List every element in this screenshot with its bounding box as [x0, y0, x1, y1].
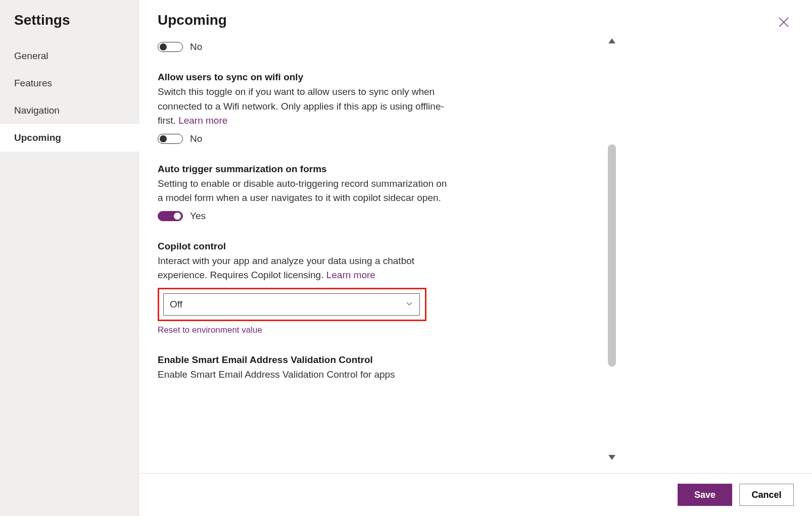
toggle-top[interactable] [158, 42, 183, 52]
toggle-label: Yes [190, 211, 206, 222]
toggle-row: No [158, 41, 586, 53]
svg-marker-2 [608, 38, 615, 43]
toggle-auto-trigger[interactable] [158, 211, 183, 221]
learn-more-link[interactable]: Learn more [326, 270, 375, 280]
sidebar-item-navigation[interactable]: Navigation [0, 97, 139, 124]
toggle-label: No [190, 133, 202, 144]
scroll-down-button[interactable] [607, 452, 616, 463]
highlight-box: Off [158, 288, 426, 321]
dropdown-value: Off [170, 299, 182, 310]
main-panel: Upcoming No [139, 0, 812, 516]
triangle-down-icon [608, 453, 615, 461]
sidebar-item-label: Navigation [14, 105, 60, 116]
close-icon [778, 16, 790, 28]
sidebar-item-label: Upcoming [14, 132, 61, 143]
sidebar-item-features[interactable]: Features [0, 70, 139, 97]
main-header: Upcoming [139, 0, 812, 32]
footer-bar: Save Cancel [139, 473, 812, 516]
copilot-dropdown[interactable]: Off [163, 293, 420, 316]
page-title: Upcoming [158, 12, 227, 28]
toggle-row: Yes [158, 211, 586, 222]
setting-title: Allow users to sync on wifi only [158, 72, 586, 83]
setting-title: Copilot control [158, 241, 586, 252]
setting-title: Auto trigger summarization on forms [158, 164, 586, 175]
setting-desc-text: Interact with your app and analyze your … [158, 255, 414, 281]
sidebar-item-general[interactable]: General [0, 42, 139, 70]
toggle-row: No [158, 133, 586, 144]
setting-wifi-sync: Allow users to sync on wifi only Switch … [158, 72, 586, 144]
sidebar-item-label: Features [14, 78, 52, 88]
setting-top-partial: No [158, 41, 586, 53]
reset-to-env-link[interactable]: Reset to environment value [158, 325, 586, 335]
sidebar-item-upcoming[interactable]: Upcoming [0, 124, 139, 151]
sidebar-title: Settings [0, 12, 139, 42]
content-wrapper: No Allow users to sync on wifi only Swit… [139, 32, 812, 473]
scroll-thumb[interactable] [608, 144, 616, 367]
setting-copilot-control: Copilot control Interact with your app a… [158, 241, 586, 335]
sidebar-item-label: General [14, 50, 49, 61]
setting-auto-trigger: Auto trigger summarization on forms Sett… [158, 164, 586, 222]
cancel-button[interactable]: Cancel [739, 484, 794, 506]
setting-description: Switch this toggle on if you want to all… [158, 85, 451, 128]
setting-title: Enable Smart Email Address Validation Co… [158, 354, 586, 366]
scroll-up-button[interactable] [607, 35, 616, 46]
triangle-up-icon [608, 36, 615, 45]
scrollbar [604, 32, 619, 473]
setting-smart-email: Enable Smart Email Address Validation Co… [158, 354, 586, 382]
setting-description: Enable Smart Email Address Validation Co… [158, 368, 451, 382]
svg-marker-3 [608, 455, 615, 460]
chevron-down-icon [405, 299, 413, 309]
toggle-label: No [190, 41, 202, 53]
settings-sidebar: Settings General Features Navigation Upc… [0, 0, 139, 516]
learn-more-link[interactable]: Learn more [178, 115, 227, 126]
setting-description: Setting to enable or disable auto-trigge… [158, 177, 451, 205]
app-root: Settings General Features Navigation Upc… [0, 0, 812, 516]
settings-content: No Allow users to sync on wifi only Swit… [139, 32, 604, 473]
setting-description: Interact with your app and analyze your … [158, 254, 451, 283]
scroll-track[interactable] [608, 48, 616, 450]
close-button[interactable] [774, 12, 794, 32]
save-button[interactable]: Save [678, 484, 732, 506]
toggle-wifi-sync[interactable] [158, 134, 183, 144]
